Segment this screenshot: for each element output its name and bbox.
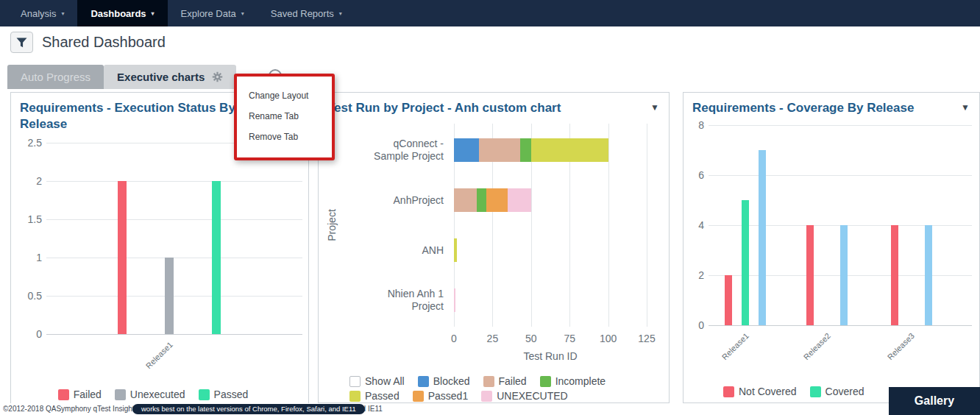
bar-segment-passed1 xyxy=(486,188,508,212)
bar-series xyxy=(840,225,848,325)
chevron-down-icon: ▾ xyxy=(339,10,342,17)
legend-swatch xyxy=(481,391,492,402)
y-category-label: Nhien Anh 1 Project xyxy=(363,285,444,315)
y-category-label: ANH xyxy=(363,235,444,265)
y-category-label: AnhProject xyxy=(363,185,444,215)
chart-title: Requirements - Coverage By Release xyxy=(692,100,926,116)
x-tick-label: 75 xyxy=(555,333,584,344)
x-tick-label: 0 xyxy=(439,333,469,344)
x-category-label: Release3 xyxy=(886,331,916,361)
bar-segment-unexecuted xyxy=(508,188,530,212)
bar-not-covered xyxy=(891,225,898,325)
bar-segment-incomplete xyxy=(477,188,486,212)
menu-item-rename-tab[interactable]: Rename Tab xyxy=(237,106,332,127)
chevron-down-icon: ▾ xyxy=(241,10,244,17)
x-category-label: Release1 xyxy=(143,340,174,370)
nav-item-explore-data[interactable]: Explore Data▾ xyxy=(168,0,258,26)
gridline xyxy=(46,296,302,297)
chart-legend: FailedUnexecutedPassed xyxy=(11,389,308,403)
gridline xyxy=(46,334,302,335)
bar-passed xyxy=(212,181,221,334)
nav-item-dashboards[interactable]: Dashboards▾ xyxy=(77,0,167,26)
y-axis-title: Project xyxy=(326,203,338,247)
x-tick-label: 25 xyxy=(477,333,507,344)
menu-item-change-layout[interactable]: Change Layout xyxy=(237,85,332,106)
legend-item-failed[interactable]: Failed xyxy=(58,389,102,400)
chevron-down-icon: ▾ xyxy=(152,10,155,17)
menu-item-remove-tab[interactable]: Remove Tab xyxy=(237,127,332,147)
y-tick-label: 2 xyxy=(14,175,42,187)
legend-item-failed[interactable]: Failed xyxy=(483,375,527,387)
bar-segment-failed xyxy=(479,138,521,162)
y-tick-label: 1.5 xyxy=(14,213,42,225)
gridline xyxy=(709,125,972,126)
tab-auto-progress[interactable]: Auto Progress xyxy=(7,65,104,89)
funnel-icon xyxy=(16,38,27,48)
gridline xyxy=(608,124,609,327)
bar-not-covered xyxy=(806,225,814,325)
bar-failed xyxy=(118,181,127,334)
dashboard-tabs: Auto ProgressExecutive charts xyxy=(7,65,236,89)
bar-series xyxy=(925,225,932,325)
legend-swatch xyxy=(540,376,551,387)
nav-item-analysis[interactable]: Analysis▾ xyxy=(7,0,77,26)
legend-item-unexecuted[interactable]: UNEXECUTED xyxy=(481,390,567,402)
legend-swatch xyxy=(115,389,126,400)
filter-button[interactable] xyxy=(10,32,33,53)
y-category-label: qConnect - Sample Project xyxy=(363,135,444,165)
legend-item-incomplete[interactable]: Incomplete xyxy=(540,375,606,387)
bar-segment-blocked xyxy=(454,138,479,162)
y-tick-label: 2 xyxy=(683,269,704,281)
legend-swatch xyxy=(199,389,210,400)
x-category-label: Release1 xyxy=(720,331,750,361)
chevron-down-icon: ▾ xyxy=(61,10,64,17)
top-navigation: Analysis▾Dashboards▾Explore Data▾Saved R… xyxy=(0,0,980,26)
legend-item-blocked[interactable]: Blocked xyxy=(418,375,470,387)
chart-options-caret-icon[interactable]: ▼ xyxy=(961,102,970,113)
x-tick-label: 50 xyxy=(516,333,546,344)
y-tick-label: 2.5 xyxy=(14,137,42,149)
chart-options-caret-icon[interactable]: ▼ xyxy=(650,102,659,113)
legend-item-passed[interactable]: Passed xyxy=(349,390,400,402)
chart-title: Requirements - Execution Status By Relea… xyxy=(20,100,254,132)
gridline xyxy=(709,175,972,176)
legend-swatch xyxy=(413,391,424,402)
bar-series xyxy=(759,150,766,325)
y-tick-label: 0 xyxy=(683,319,704,331)
legend-item-not-covered[interactable]: Not Covered xyxy=(723,386,797,397)
chart-panel-test-run-by-project: Test Run by Project - Anh custom chart ▼… xyxy=(318,92,670,403)
legend-item-unexecuted[interactable]: Unexecuted xyxy=(115,389,185,400)
tab-context-menu: Change LayoutRename TabRemove Tab xyxy=(234,74,335,160)
bar-segment-passed xyxy=(531,138,608,162)
chart-legend: Show AllBlockedFailedIncompletePassedPas… xyxy=(349,375,645,403)
gridline xyxy=(46,181,302,182)
x-category-label: Release2 xyxy=(801,331,831,361)
legend-item-show-all[interactable]: Show All xyxy=(349,375,405,387)
bar-unexecuted xyxy=(165,258,174,334)
legend-swatch xyxy=(810,386,821,397)
bar-not-covered xyxy=(725,275,732,325)
x-tick-label: 125 xyxy=(632,333,661,344)
legend-swatch xyxy=(349,376,361,387)
gridline xyxy=(709,325,972,326)
x-axis-title: Test Run ID xyxy=(454,350,647,362)
gallery-button[interactable]: Gallery xyxy=(889,387,980,415)
page-title: Shared Dashboard xyxy=(42,34,166,51)
y-tick-label: 4 xyxy=(683,219,704,231)
chart-panel-coverage-by-release: Requirements - Coverage By Release ▼ Not… xyxy=(683,92,980,403)
bar-covered xyxy=(742,200,749,325)
y-tick-label: 8 xyxy=(683,119,704,131)
legend-item-covered[interactable]: Covered xyxy=(810,386,864,397)
y-tick-label: 0.5 xyxy=(14,290,42,302)
gridline xyxy=(46,258,302,258)
legend-item-passed[interactable]: Passed xyxy=(199,389,249,400)
legend-swatch xyxy=(483,376,494,387)
bar-segment-failed xyxy=(454,188,477,212)
legend-swatch xyxy=(418,376,429,387)
gridline xyxy=(647,124,647,327)
tab-executive-charts[interactable]: Executive charts xyxy=(104,65,236,89)
legend-item-passed1[interactable]: Passed1 xyxy=(413,390,468,402)
legend-swatch xyxy=(349,391,361,402)
nav-item-saved-reports[interactable]: Saved Reports▾ xyxy=(258,0,355,26)
gear-icon[interactable] xyxy=(212,71,223,82)
